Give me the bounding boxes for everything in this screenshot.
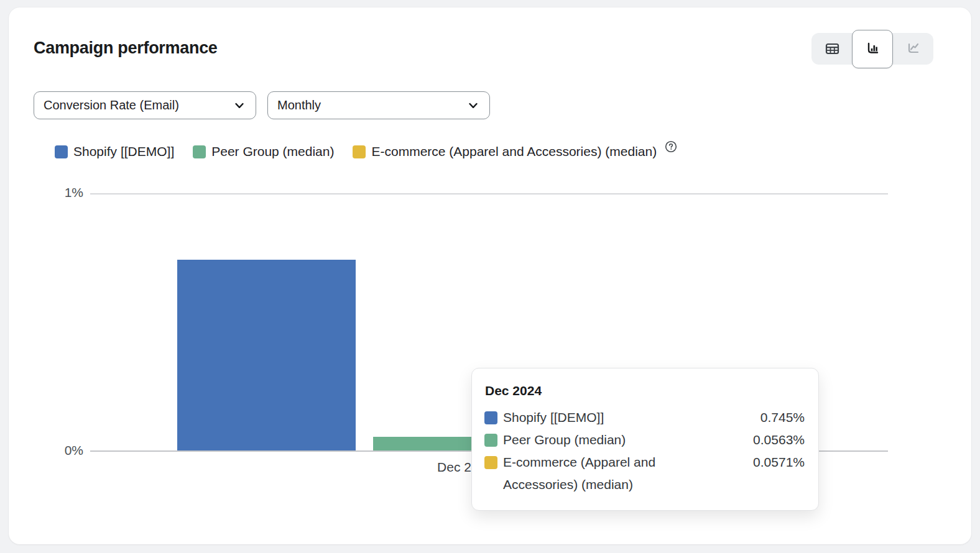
- help-icon[interactable]: [664, 140, 678, 153]
- tooltip-value: 0.745%: [760, 406, 805, 429]
- tooltip-label: Peer Group (median): [503, 429, 690, 451]
- metric-select-value: Conversion Rate (Email): [44, 98, 179, 112]
- gridline-1pct: [90, 193, 888, 194]
- y-axis-tick-0pct: 0%: [45, 443, 83, 458]
- tooltip-row-peer-group: Peer Group (median) 0.0563%: [484, 429, 805, 451]
- tooltip-swatch-shopify: [484, 411, 497, 424]
- line-chart-view-button[interactable]: [893, 34, 933, 63]
- legend-item-shopify[interactable]: Shopify [[DEMO]]: [55, 144, 174, 159]
- page-title: Campaign performance: [34, 39, 218, 58]
- line-chart-icon: [905, 40, 922, 57]
- table-view-button[interactable]: [812, 34, 852, 63]
- legend-label: Peer Group (median): [211, 144, 334, 159]
- campaign-performance-card: Campaign performance: [9, 7, 971, 544]
- tooltip-swatch-ecommerce: [484, 456, 497, 469]
- tooltip-value: 0.0563%: [753, 429, 805, 451]
- interval-select[interactable]: Monthly: [267, 91, 490, 119]
- bar-chart-icon: [864, 40, 881, 58]
- legend-swatch-peer-group: [193, 145, 206, 158]
- tooltip-title: Dec 2024: [485, 383, 805, 398]
- chevron-down-icon: [233, 99, 246, 112]
- tooltip-value: 0.0571%: [753, 451, 805, 473]
- y-axis-tick-1pct: 1%: [45, 185, 83, 200]
- chart-tooltip: Dec 2024 Shopify [[DEMO]] 0.745% Peer Gr…: [471, 368, 819, 511]
- metric-select[interactable]: Conversion Rate (Email): [34, 91, 256, 119]
- view-toggle: [811, 33, 933, 65]
- tooltip-swatch-peer-group: [484, 434, 497, 447]
- tooltip-label: Shopify [[DEMO]]: [503, 406, 690, 429]
- bar-chart-view-button[interactable]: [852, 30, 893, 68]
- tooltip-row-shopify: Shopify [[DEMO]] 0.745%: [484, 406, 805, 429]
- legend-item-ecommerce[interactable]: E-commerce (Apparel and Accessories) (me…: [353, 144, 657, 159]
- legend-swatch-ecommerce: [353, 145, 366, 158]
- bar-shopify[interactable]: [177, 260, 356, 451]
- legend-label: Shopify [[DEMO]]: [73, 144, 174, 159]
- legend-swatch-shopify: [55, 145, 68, 158]
- tooltip-row-ecommerce: E-commerce (Apparel and Accessories) (me…: [484, 451, 805, 496]
- legend-label: E-commerce (Apparel and Accessories) (me…: [371, 144, 657, 159]
- table-icon: [824, 40, 841, 57]
- legend-item-peer-group[interactable]: Peer Group (median): [193, 144, 334, 159]
- chart-legend: Shopify [[DEMO]] Peer Group (median) E-c…: [55, 144, 678, 159]
- chevron-down-icon: [466, 99, 480, 112]
- interval-select-value: Monthly: [277, 98, 321, 112]
- tooltip-label: E-commerce (Apparel and Accessories) (me…: [503, 451, 690, 496]
